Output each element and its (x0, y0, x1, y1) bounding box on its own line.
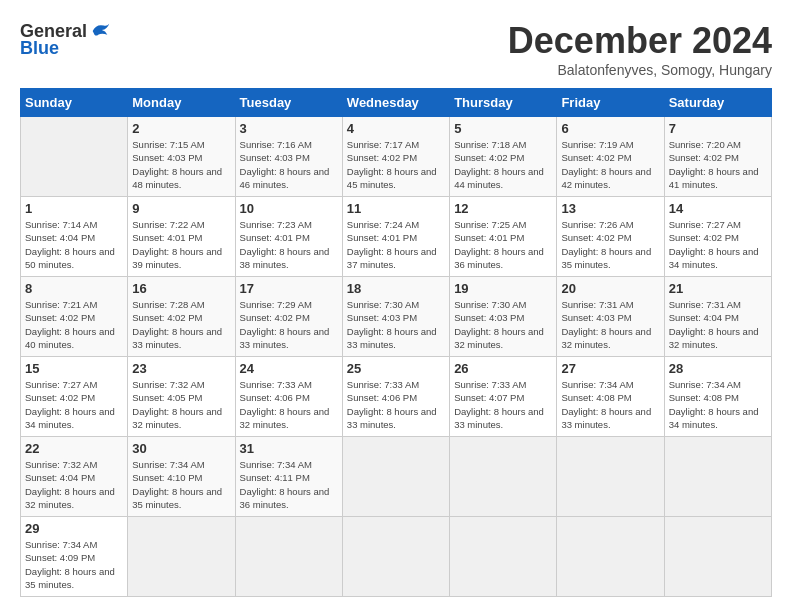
calendar-row: 2 Sunrise: 7:15 AMSunset: 4:03 PMDayligh… (21, 117, 772, 197)
empty-cell (450, 517, 557, 597)
table-row: 8 Sunrise: 7:21 AMSunset: 4:02 PMDayligh… (21, 277, 128, 357)
empty-cell (557, 517, 664, 597)
col-sunday: Sunday (21, 89, 128, 117)
calendar-row: 29 Sunrise: 7:34 AMSunset: 4:09 PMDaylig… (21, 517, 772, 597)
col-tuesday: Tuesday (235, 89, 342, 117)
table-row: 24 Sunrise: 7:33 AMSunset: 4:06 PMDaylig… (235, 357, 342, 437)
table-row: 21 Sunrise: 7:31 AMSunset: 4:04 PMDaylig… (664, 277, 771, 357)
calendar-table: Sunday Monday Tuesday Wednesday Thursday… (20, 88, 772, 597)
table-row: 25 Sunrise: 7:33 AMSunset: 4:06 PMDaylig… (342, 357, 449, 437)
col-thursday: Thursday (450, 89, 557, 117)
table-row: 9 Sunrise: 7:22 AMSunset: 4:01 PMDayligh… (128, 197, 235, 277)
calendar-row: 1 Sunrise: 7:14 AMSunset: 4:04 PMDayligh… (21, 197, 772, 277)
month-title: December 2024 (508, 20, 772, 62)
col-saturday: Saturday (664, 89, 771, 117)
empty-cell (128, 517, 235, 597)
calendar-header-row: Sunday Monday Tuesday Wednesday Thursday… (21, 89, 772, 117)
table-row: 13 Sunrise: 7:26 AMSunset: 4:02 PMDaylig… (557, 197, 664, 277)
empty-cell (342, 517, 449, 597)
page-header: General Blue December 2024 Balatonfenyve… (20, 20, 772, 78)
table-row: 17 Sunrise: 7:29 AMSunset: 4:02 PMDaylig… (235, 277, 342, 357)
table-row: 27 Sunrise: 7:34 AMSunset: 4:08 PMDaylig… (557, 357, 664, 437)
calendar-row: 22 Sunrise: 7:32 AMSunset: 4:04 PMDaylig… (21, 437, 772, 517)
table-row: 29 Sunrise: 7:34 AMSunset: 4:09 PMDaylig… (21, 517, 128, 597)
table-row: 5 Sunrise: 7:18 AMSunset: 4:02 PMDayligh… (450, 117, 557, 197)
table-row: 19 Sunrise: 7:30 AMSunset: 4:03 PMDaylig… (450, 277, 557, 357)
table-row: 20 Sunrise: 7:31 AMSunset: 4:03 PMDaylig… (557, 277, 664, 357)
table-row: 18 Sunrise: 7:30 AMSunset: 4:03 PMDaylig… (342, 277, 449, 357)
table-row: 30 Sunrise: 7:34 AMSunset: 4:10 PMDaylig… (128, 437, 235, 517)
empty-cell (557, 437, 664, 517)
table-row: 6 Sunrise: 7:19 AMSunset: 4:02 PMDayligh… (557, 117, 664, 197)
logo-blue-text: Blue (20, 38, 59, 59)
table-row: 12 Sunrise: 7:25 AMSunset: 4:01 PMDaylig… (450, 197, 557, 277)
title-area: December 2024 Balatonfenyves, Somogy, Hu… (508, 20, 772, 78)
calendar-row: 8 Sunrise: 7:21 AMSunset: 4:02 PMDayligh… (21, 277, 772, 357)
col-monday: Monday (128, 89, 235, 117)
empty-cell (342, 437, 449, 517)
table-row: 23 Sunrise: 7:32 AMSunset: 4:05 PMDaylig… (128, 357, 235, 437)
table-row: 2 Sunrise: 7:15 AMSunset: 4:03 PMDayligh… (128, 117, 235, 197)
table-row: 14 Sunrise: 7:27 AMSunset: 4:02 PMDaylig… (664, 197, 771, 277)
table-row: 28 Sunrise: 7:34 AMSunset: 4:08 PMDaylig… (664, 357, 771, 437)
logo: General Blue (20, 20, 111, 59)
empty-cell (21, 117, 128, 197)
table-row: 31 Sunrise: 7:34 AMSunset: 4:11 PMDaylig… (235, 437, 342, 517)
empty-cell (664, 517, 771, 597)
empty-cell (450, 437, 557, 517)
location-subtitle: Balatonfenyves, Somogy, Hungary (508, 62, 772, 78)
col-wednesday: Wednesday (342, 89, 449, 117)
table-row: 1 Sunrise: 7:14 AMSunset: 4:04 PMDayligh… (21, 197, 128, 277)
table-row: 4 Sunrise: 7:17 AMSunset: 4:02 PMDayligh… (342, 117, 449, 197)
table-row: 10 Sunrise: 7:23 AMSunset: 4:01 PMDaylig… (235, 197, 342, 277)
table-row: 22 Sunrise: 7:32 AMSunset: 4:04 PMDaylig… (21, 437, 128, 517)
empty-cell (664, 437, 771, 517)
logo-bird-icon (89, 20, 111, 42)
table-row: 11 Sunrise: 7:24 AMSunset: 4:01 PMDaylig… (342, 197, 449, 277)
calendar-row: 15 Sunrise: 7:27 AMSunset: 4:02 PMDaylig… (21, 357, 772, 437)
table-row: 15 Sunrise: 7:27 AMSunset: 4:02 PMDaylig… (21, 357, 128, 437)
col-friday: Friday (557, 89, 664, 117)
table-row: 3 Sunrise: 7:16 AMSunset: 4:03 PMDayligh… (235, 117, 342, 197)
table-row: 7 Sunrise: 7:20 AMSunset: 4:02 PMDayligh… (664, 117, 771, 197)
empty-cell (235, 517, 342, 597)
table-row: 26 Sunrise: 7:33 AMSunset: 4:07 PMDaylig… (450, 357, 557, 437)
table-row: 16 Sunrise: 7:28 AMSunset: 4:02 PMDaylig… (128, 277, 235, 357)
